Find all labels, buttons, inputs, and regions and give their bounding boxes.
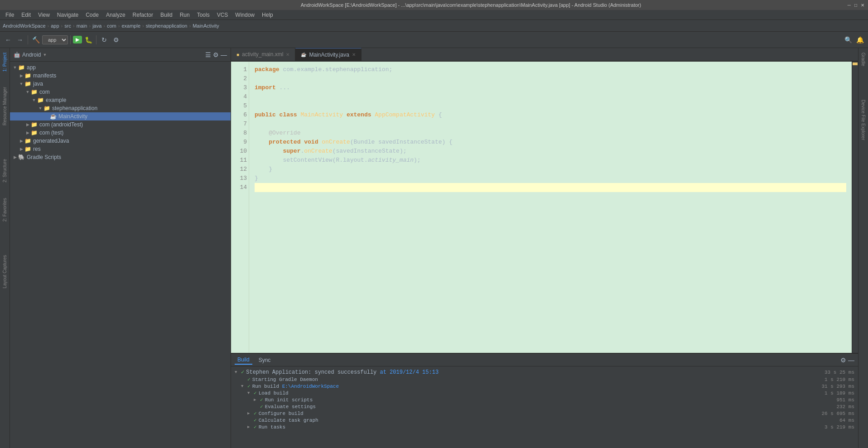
tree-item-example[interactable]: ▼ 📁 example <box>10 96 231 104</box>
breadcrumb-example[interactable]: example <box>121 23 140 29</box>
run-button[interactable]: ▶ <box>73 36 82 43</box>
tab-activity-main-xml[interactable]: ■ activity_main.xml ✕ <box>231 48 295 61</box>
build-row-main[interactable]: ▼ ✓ Stephen Application: synced successf… <box>231 368 858 376</box>
tree-item-gradle-scripts[interactable]: ▶ 🐘 Gradle Scripts <box>10 153 231 161</box>
check-icon-init-scripts: ✓ <box>260 397 263 403</box>
code-line-10: super.onCreate(savedInstanceState); <box>255 147 846 156</box>
build-row-evaluate-settings[interactable]: ✓ Evaluate settings 232 ms <box>231 403 858 410</box>
close-tab-java[interactable]: ✕ <box>352 52 356 57</box>
folder-icon-app: 📁 <box>18 64 25 71</box>
menu-view[interactable]: View <box>34 11 53 19</box>
sync-button[interactable]: ↻ <box>99 34 110 45</box>
breadcrumb-androidworkspace[interactable]: AndroidWorkSpace <box>3 23 46 29</box>
project-panel: 🤖 Android ▼ ☰ ⚙ — ▼ 📁 app ▶ 📁 <box>10 48 231 448</box>
menu-build[interactable]: Build <box>157 11 176 19</box>
collapse-all-button[interactable]: ☰ <box>205 51 211 58</box>
tab-layout-captures[interactable]: Layout Captures <box>1 252 8 291</box>
build-row-run-build[interactable]: ▼ ✓ Run build E:\AndroidWorkSpace 31 s 2… <box>231 383 858 390</box>
tree-item-generatedjava[interactable]: ▶ 📁 generatedJava <box>10 137 231 145</box>
menu-bar: File Edit View Navigate Code Analyze Ref… <box>0 10 868 20</box>
menu-code[interactable]: Code <box>82 11 102 19</box>
menu-navigate[interactable]: Navigate <box>53 11 82 19</box>
tree-item-manifests[interactable]: ▶ 📁 manifests <box>10 72 231 80</box>
build-tab-sync[interactable]: Sync <box>256 356 274 364</box>
menu-vcs[interactable]: VCS <box>213 11 232 19</box>
settings-button[interactable]: ⚙ <box>111 34 121 45</box>
editor-and-build: ■ activity_main.xml ✕ ☕ MainActivity.jav… <box>231 48 858 448</box>
menu-refactor[interactable]: Refactor <box>129 11 157 19</box>
code-line-3: import ... <box>255 83 846 92</box>
build-row-task-graph[interactable]: ✓ Calculate task graph 64 ms <box>231 417 858 424</box>
search-button[interactable]: 🔍 <box>843 34 854 45</box>
build-text-main: Stephen Application: synced successfully… <box>246 369 439 376</box>
breadcrumb-src[interactable]: src <box>64 23 71 29</box>
tree-arrow-manifests: ▶ <box>18 73 24 78</box>
menu-analyze[interactable]: Analyze <box>102 11 129 19</box>
menu-edit[interactable]: Edit <box>18 11 34 19</box>
tab-structure[interactable]: 2: Structure <box>1 156 8 185</box>
back-button[interactable]: ← <box>3 34 14 45</box>
tree-item-app[interactable]: ▼ 📁 app <box>10 63 231 72</box>
build-row-gradle-daemon[interactable]: ✓ Starting Gradle Daemon 1 s 210 ms <box>231 376 858 383</box>
close-tab-xml[interactable]: ✕ <box>286 52 289 57</box>
breadcrumb-mainactivity[interactable]: MainActivity <box>193 23 219 29</box>
code-line-9: protected void onCreate(Bundle savedInst… <box>255 138 846 147</box>
breadcrumb-com[interactable]: com <box>107 23 116 29</box>
tree-label-generatedjava: generatedJava <box>33 138 69 144</box>
breadcrumb-app[interactable]: app <box>51 23 59 29</box>
tab-project[interactable]: 1: Project <box>1 50 8 74</box>
build-time-init-scripts: 951 ms <box>836 397 854 403</box>
settings-gear-icon[interactable]: ⚙ <box>213 51 219 58</box>
tree-item-mainactivity[interactable]: ☕ MainActivity <box>10 112 231 120</box>
breadcrumb-main[interactable]: main <box>77 23 87 29</box>
build-tab-build[interactable]: Build <box>235 356 252 365</box>
minimize-button[interactable]: ─ <box>848 3 851 8</box>
build-row-configure-build[interactable]: ▶ ✓ Configure build 26 s 695 ms <box>231 410 858 417</box>
dropdown-icon[interactable]: ▼ <box>43 53 47 57</box>
build-button[interactable]: 🔨 <box>30 34 41 45</box>
tab-mainactivity-java[interactable]: ☕ MainActivity.java ✕ <box>295 48 361 61</box>
build-close-icon[interactable]: — <box>848 356 854 364</box>
close-button[interactable]: ✕ <box>861 3 864 8</box>
menu-window[interactable]: Window <box>231 11 258 19</box>
code-line-8: @Override <box>255 129 846 138</box>
tree-item-java[interactable]: ▼ 📁 java <box>10 80 231 88</box>
build-row-load-build[interactable]: ▼ ✓ Load build 1 s 189 ms <box>231 390 858 396</box>
folder-icon-com-androidtest: 📁 <box>31 121 38 128</box>
tree-item-com-androidtest[interactable]: ▶ 📁 com (androidTest) <box>10 120 231 129</box>
tab-favorites[interactable]: 2: Favorites <box>1 195 8 224</box>
menu-tools[interactable]: Tools <box>193 11 213 19</box>
tree-item-stephenapplication[interactable]: ▼ 📁 stephenapplication <box>10 104 231 112</box>
toolbar-separator-1 <box>28 35 28 44</box>
build-settings-icon[interactable]: ⚙ <box>840 356 846 364</box>
build-arrow-main: ▼ <box>235 370 241 375</box>
build-row-run-tasks[interactable]: ▶ ✓ Run tasks 3 s 219 ms <box>231 424 858 430</box>
code-content[interactable]: package com.example.stephenapplication; … <box>249 62 852 353</box>
menu-help[interactable]: Help <box>258 11 277 19</box>
close-panel-button[interactable]: — <box>221 51 227 58</box>
tree-item-com[interactable]: ▼ 📁 com <box>10 88 231 96</box>
tab-resource-manager[interactable]: Resource Manager <box>1 84 8 128</box>
file-tree: ▼ 📁 app ▶ 📁 manifests ▼ 📁 java ▼ <box>10 62 231 448</box>
folder-icon-java: 📁 <box>24 81 31 87</box>
tab-device-file-explorer[interactable]: Device File Explorer <box>860 97 867 143</box>
build-row-init-scripts[interactable]: ▶ ✓ Run init scripts 951 ms <box>231 396 858 403</box>
maximize-button[interactable]: □ <box>854 3 857 8</box>
tree-item-res[interactable]: ▶ 📁 res <box>10 145 231 153</box>
forward-button[interactable]: → <box>14 34 25 45</box>
menu-file[interactable]: File <box>2 11 18 19</box>
menu-run[interactable]: Run <box>176 11 193 19</box>
tree-arrow-com: ▼ <box>24 90 31 94</box>
breadcrumb-java[interactable]: java <box>92 23 101 29</box>
tree-item-com-test[interactable]: ▶ 📁 com (test) <box>10 129 231 137</box>
build-text-run-build: Run build E:\AndroidWorkSpace <box>252 384 339 389</box>
code-line-6: public class MainActivity extends AppCom… <box>255 111 846 120</box>
left-side-tabs: 1: Project Resource Manager 2: Structure… <box>0 48 10 448</box>
tree-arrow-java: ▼ <box>18 82 24 86</box>
breadcrumb-stephenapplication[interactable]: stephenapplication <box>146 23 188 29</box>
tab-gradle[interactable]: Gradle <box>860 50 867 69</box>
folder-icon-com-test: 📁 <box>31 130 38 136</box>
notifications-button[interactable]: 🔔 <box>854 34 865 45</box>
app-selector[interactable]: app <box>42 35 68 44</box>
debug-button[interactable]: 🐛 <box>83 34 94 45</box>
